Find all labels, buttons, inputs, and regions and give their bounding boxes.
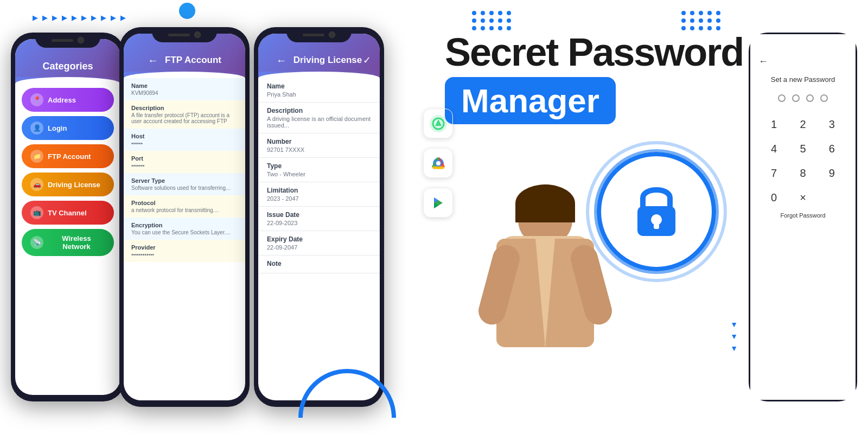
dec-arrow-3: ▼ (730, 344, 738, 353)
ftp-encryption-value: You can use the Secure Sockets Layer.... (131, 229, 238, 235)
wireless-icon: 📡 (30, 236, 43, 249)
dl-desc-label: Description (267, 107, 371, 114)
ftp-field-servertype: Server Type Software solutions used for … (124, 173, 245, 195)
category-tv[interactable]: 📺 TV Channel (22, 201, 114, 225)
dec-arrow-2: ▼ (730, 332, 738, 341)
person-image-area (464, 184, 627, 423)
ftp-protocol-label: Protocol (131, 200, 238, 206)
dl-field-description: Description A driving license is an offi… (258, 103, 380, 133)
play-store-icon (423, 188, 453, 218)
ftp-field-port: Port ••••••• (124, 151, 245, 173)
phone1-notch (35, 33, 100, 48)
ftp-servertype-value: Software solutions used for transferring… (131, 185, 238, 191)
brand-title: Secret Password (445, 33, 846, 72)
phone-driving-license: ← Driving License ✓ Name Priya Shah Desc… (254, 27, 384, 407)
phone-categories: Categories 📍 Address 👤 Login 📁 FTP Accou… (11, 33, 125, 401)
phone-categories-screen: Categories 📍 Address 👤 Login 📁 FTP Accou… (15, 39, 120, 395)
phone3-speaker (303, 34, 324, 36)
dl-number-value: 92701 7XXXX (267, 146, 371, 153)
dl-check-icon[interactable]: ✓ (363, 54, 371, 66)
deco-dot-large-top (179, 3, 195, 19)
category-wireless-label: Wireless Network (48, 234, 105, 251)
dl-type-value: Two - Wheeler (267, 171, 371, 177)
ftp-back-arrow[interactable]: ← (148, 54, 158, 67)
dl-issue-value: 22-09-2023 (267, 220, 371, 226)
ftp-provider-value: •••••••••••• (131, 252, 238, 258)
svg-point-7 (436, 161, 441, 165)
ftp-host-value: •••••• (131, 141, 238, 146)
ftp-port-value: ••••••• (131, 163, 238, 169)
phone1-speaker (52, 39, 73, 42)
phone-dl-screen: ← Driving License ✓ Name Priya Shah Desc… (258, 34, 380, 400)
dl-issue-label: Issue Date (267, 211, 371, 219)
dl-desc-value: A driving license is an official documen… (267, 116, 371, 129)
ftp-desc-value: A file transfer protocol (FTP) account i… (131, 112, 238, 124)
login-icon: 👤 (30, 122, 43, 135)
category-login-label: Login (48, 124, 67, 132)
phone3-notch (286, 27, 352, 42)
dl-expiry-label: Expiry Date (267, 235, 371, 243)
ftp-desc-label: Description (131, 105, 238, 111)
dl-name-label: Name (267, 82, 371, 90)
dl-note-label: Note (267, 260, 371, 267)
phone2-camera (194, 31, 201, 38)
category-wireless[interactable]: 📡 Wireless Network (22, 229, 114, 256)
phone3-camera (329, 31, 335, 38)
phone2-speaker (168, 34, 190, 36)
android-studio-icon (423, 108, 453, 138)
dl-type-label: Type (267, 162, 371, 170)
dl-title: Driving License (293, 55, 362, 66)
categories-title: Categories (42, 61, 93, 72)
ftp-provider-label: Provider (131, 244, 238, 251)
ftp-host-label: Host (131, 133, 238, 139)
category-ftp-label: FTP Account (48, 152, 91, 161)
phone2-notch (152, 27, 217, 42)
dec-arrows-right: ▼ ▼ ▼ (730, 320, 738, 353)
dl-name-value: Priya Shah (267, 91, 371, 98)
ftp-field-name: Name KVM90894 (124, 78, 245, 100)
category-login[interactable]: 👤 Login (22, 116, 114, 140)
category-ftp[interactable]: 📁 FTP Account (22, 144, 114, 168)
dl-field-name: Name Priya Shah (258, 78, 380, 103)
ftp-field-provider: Provider •••••••••••• (124, 240, 245, 262)
ftp-field-encryption: Encryption You can use the Secure Socket… (124, 218, 245, 240)
phone-ftp-screen: ← FTP Account Name KVM90894 Description … (124, 34, 245, 400)
ftp-servertype-label: Server Type (131, 177, 238, 184)
dl-field-number: Number 92701 7XXXX (258, 133, 380, 158)
ftp-field-protocol: Protocol a network protocol for transmit… (124, 195, 245, 218)
ftp-icon: 📁 (30, 150, 43, 163)
app-icons-list (423, 108, 453, 218)
dl-back-arrow[interactable]: ← (276, 54, 287, 67)
dl-field-limitation: Limitation 2023 - 2047 (258, 182, 380, 207)
ftp-field-host: Host •••••• (124, 129, 245, 151)
categories-list: 📍 Address 👤 Login 📁 FTP Account 🚗 Drivin… (15, 84, 120, 260)
dl-limitation-value: 2023 - 2047 (267, 195, 371, 202)
brand-manager: Manager (445, 77, 616, 124)
dl-field-expiry-date: Expiry Date 22-09-2047 (258, 231, 380, 256)
ftp-name-value: KVM90894 (131, 90, 238, 96)
ftp-name-label: Name (131, 82, 238, 89)
phone1-camera (78, 37, 84, 43)
dl-expiry-value: 22-09-2047 (267, 244, 371, 251)
dl-field-note: Note (258, 256, 380, 273)
ftp-port-label: Port (131, 155, 238, 162)
dec-arrow-1: ▼ (730, 320, 738, 329)
address-icon: 📍 (30, 93, 43, 106)
dl-number-label: Number (267, 138, 371, 145)
category-driving[interactable]: 🚗 Driving License (22, 173, 114, 196)
phone-ftp: ← FTP Account Name KVM90894 Description … (119, 27, 250, 407)
dl-field-type: Type Two - Wheeler (258, 158, 380, 182)
ftp-fields-list: Name KVM90894 Description A file transfe… (124, 78, 245, 262)
category-address[interactable]: 📍 Address (22, 88, 114, 112)
category-tv-label: TV Channel (48, 209, 87, 217)
chrome-icon (423, 148, 453, 178)
tv-icon: 📺 (30, 206, 43, 219)
driving-icon: 🚗 (30, 178, 43, 191)
top-arrows-decoration: ▶ ▶ ▶ ▶ ▶ ▶ ▶ ▶ ▶ ▶ (33, 14, 126, 22)
category-address-label: Address (48, 96, 76, 104)
dl-fields-list: Name Priya Shah Description A driving li… (258, 78, 380, 273)
dl-limitation-label: Limitation (267, 187, 371, 194)
ftp-field-description: Description A file transfer protocol (FT… (124, 100, 245, 129)
ftp-protocol-value: a network protocol for transmitting.... (131, 207, 238, 213)
ftp-encryption-label: Encryption (131, 222, 238, 228)
